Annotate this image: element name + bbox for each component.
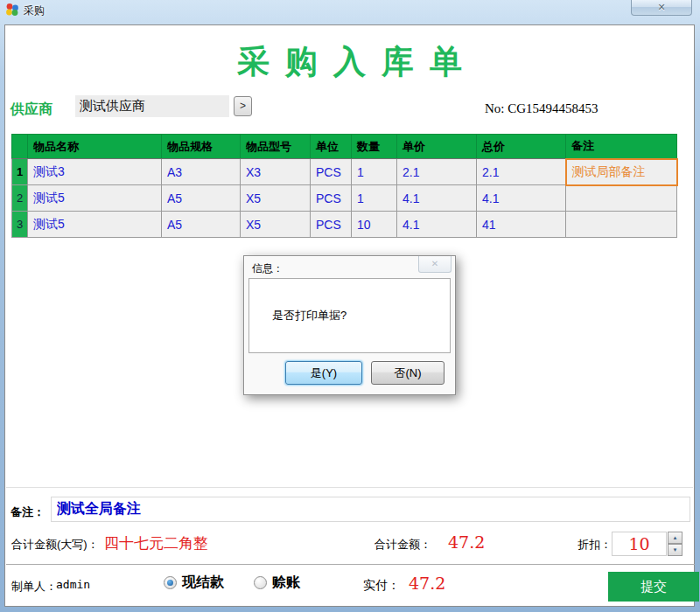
header-corner <box>12 135 28 159</box>
header-remark: 备注 <box>566 135 677 159</box>
page-title: 采购入库单 <box>5 41 694 81</box>
cell-unit[interactable]: PCS <box>311 185 352 212</box>
header-price: 单价 <box>397 135 477 159</box>
pay-credit-label[interactable]: 赊账 <box>272 574 300 592</box>
cell-qty[interactable]: 10 <box>352 212 397 238</box>
dialog-yes-button[interactable]: 是(Y) <box>285 361 362 385</box>
table-row: 3 测试5 A5 X5 PCS 10 4.1 41 <box>12 212 677 238</box>
cell-item-name[interactable]: 测试3 <box>28 159 162 185</box>
spin-up-icon[interactable]: ▲ <box>668 532 682 544</box>
divider <box>6 487 693 488</box>
items-table: 物品名称 物品规格 物品型号 单位 数量 单价 总价 备注 1 测试3 A3 X… <box>11 134 678 238</box>
dialog-title: 信息： <box>252 261 284 276</box>
paid-value: 47.2 <box>409 574 445 593</box>
table-row: 2 测试5 A5 X5 PCS 1 4.1 4.1 <box>12 185 677 212</box>
supplier-browse-button[interactable]: > <box>234 96 252 116</box>
spin-down-icon[interactable]: ▼ <box>668 544 682 556</box>
cell-unit[interactable]: PCS <box>311 159 352 185</box>
total-words-value: 四十七元二角整 <box>104 533 208 553</box>
totals-row: 合计金额(大写)： 四十七元二角整 合计金额： 47.2 折扣： ▲ ▼ <box>6 525 695 565</box>
cell-remark-selected[interactable]: 测试局部备注 <box>566 159 677 185</box>
table-header-row: 物品名称 物品规格 物品型号 单位 数量 单价 总价 备注 <box>12 135 677 159</box>
submit-button[interactable]: 提交 <box>608 572 699 602</box>
cell-price[interactable]: 4.1 <box>397 212 477 238</box>
supplier-input[interactable] <box>75 95 229 117</box>
global-remark-label: 备注： <box>10 504 45 520</box>
global-remark-input[interactable] <box>51 497 690 522</box>
total-words-label: 合计金额(大写)： <box>11 537 99 553</box>
dialog-no-button[interactable]: 否(N) <box>371 361 444 385</box>
pay-cash-label[interactable]: 现结款 <box>182 574 224 592</box>
dialog-body: 是否打印单据? <box>248 278 451 353</box>
supplier-label: 供应商 <box>10 101 52 119</box>
cell-item-name[interactable]: 测试5 <box>28 212 162 238</box>
cell-total[interactable]: 41 <box>477 212 566 238</box>
cell-unit[interactable]: PCS <box>311 212 352 238</box>
cell-item-model[interactable]: X5 <box>241 185 311 212</box>
order-number: No: CG15494458453 <box>485 101 598 116</box>
cell-total[interactable]: 4.1 <box>477 185 566 212</box>
row-number[interactable]: 3 <box>12 212 28 238</box>
dialog-message: 是否打印单据? <box>272 308 346 323</box>
header-qty: 数量 <box>352 135 397 159</box>
cell-item-model[interactable]: X5 <box>241 212 311 238</box>
header-item-name: 物品名称 <box>28 135 162 159</box>
message-dialog: 信息： ✕ 是否打印单据? 是(Y) 否(N) <box>243 255 456 395</box>
bottom-row: 制单人： admin 现结款 赊账 实付： 47.2 提交 <box>6 565 695 607</box>
window-close-icon[interactable]: ✕ <box>631 0 692 16</box>
window-titlebar: 采购 ✕ <box>0 0 700 24</box>
cell-qty[interactable]: 1 <box>352 159 397 185</box>
creator-value: admin <box>56 578 90 591</box>
cell-item-model[interactable]: X3 <box>241 159 311 185</box>
cell-total[interactable]: 2.1 <box>477 159 566 185</box>
app-icon <box>5 3 19 17</box>
paid-label: 实付： <box>363 578 400 594</box>
window-title: 采购 <box>24 3 45 18</box>
header-item-model: 物品型号 <box>241 135 311 159</box>
radio-pay-credit[interactable] <box>254 576 267 589</box>
total-label: 合计金额： <box>374 537 431 553</box>
header-item-spec: 物品规格 <box>162 135 241 159</box>
header-total: 总价 <box>477 135 566 159</box>
cell-item-spec[interactable]: A5 <box>162 212 241 238</box>
cell-item-spec[interactable]: A3 <box>162 159 241 185</box>
dialog-close-icon[interactable]: ✕ <box>418 256 452 273</box>
radio-pay-cash[interactable] <box>164 576 177 589</box>
cell-remark[interactable] <box>566 212 677 238</box>
discount-input[interactable] <box>612 532 667 556</box>
header-unit: 单位 <box>311 135 352 159</box>
row-number[interactable]: 1 <box>12 159 28 185</box>
cell-qty[interactable]: 1 <box>352 185 397 212</box>
cell-price[interactable]: 2.1 <box>397 159 477 185</box>
row-number[interactable]: 2 <box>12 185 28 212</box>
cell-price[interactable]: 4.1 <box>397 185 477 212</box>
total-value: 47.2 <box>448 532 485 552</box>
cell-item-spec[interactable]: A5 <box>162 185 241 212</box>
discount-label: 折扣： <box>578 537 612 553</box>
creator-label: 制单人： <box>11 579 57 595</box>
discount-stepper: ▲ ▼ <box>668 532 682 556</box>
cell-item-name[interactable]: 测试5 <box>28 185 162 212</box>
cell-remark[interactable] <box>566 185 677 212</box>
table-row: 1 测试3 A3 X3 PCS 1 2.1 2.1 测试局部备注 <box>12 159 677 185</box>
